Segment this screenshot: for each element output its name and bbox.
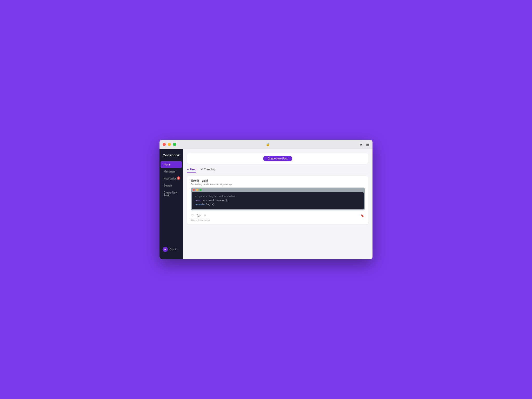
- code-title-bar: [191, 188, 365, 192]
- title-bar: 🔒 ★ ☰: [159, 140, 373, 149]
- sidebar-item-messages[interactable]: Messages: [161, 168, 182, 175]
- tab-label: Trending: [204, 168, 215, 171]
- sidebar-nav: HomeMessagesNotifications1SearchCreate N…: [159, 161, 183, 244]
- sidebar-item-home[interactable]: Home: [161, 161, 182, 168]
- likes-count: 0 likes: [191, 219, 197, 221]
- maximize-button[interactable]: [173, 143, 176, 146]
- comment-button[interactable]: 💬: [196, 213, 201, 218]
- sidebar-item-label: Notifications: [164, 177, 178, 180]
- post-actions: ♡ 💬 ↗ 🔖: [191, 213, 365, 218]
- feed-tab-icon: ≡: [187, 168, 189, 171]
- share-button[interactable]: ↗: [203, 213, 207, 218]
- sidebar: Codebook HomeMessagesNotifications1Searc…: [159, 149, 183, 259]
- app-logo: Codebook: [159, 153, 183, 161]
- code-line-3: console.log(a);: [195, 203, 361, 207]
- sidebar-item-label: Search: [164, 184, 172, 187]
- like-button[interactable]: ♡: [191, 213, 194, 218]
- create-new-post-button[interactable]: Create New Post: [263, 156, 292, 161]
- sidebar-item-label: Home: [164, 163, 171, 166]
- close-button[interactable]: [163, 143, 166, 146]
- user-profile[interactable]: R @rohit__saini: [162, 246, 181, 253]
- tab-label: Feed: [190, 168, 196, 171]
- code-line-1: // generating a random number: [195, 195, 361, 199]
- username-label: @rohit__saini: [169, 248, 180, 251]
- code-dot-red: [193, 189, 195, 191]
- tab-feed[interactable]: ≡Feed: [187, 168, 196, 173]
- code-dot-yellow: [196, 189, 198, 191]
- sidebar-item-create-new-post[interactable]: Create New Post: [161, 189, 182, 199]
- bookmark-button[interactable]: 🔖: [360, 214, 365, 218]
- minimize-button[interactable]: [168, 143, 171, 146]
- code-line-2: const a = Math.random();: [195, 199, 361, 203]
- code-method: console: [195, 203, 205, 206]
- trending-tab-icon: ↗: [201, 168, 203, 171]
- browser-window: 🔒 ★ ☰ Codebook HomeMessagesNotifications…: [159, 140, 373, 259]
- post-author: @rohit__saini: [191, 179, 365, 182]
- feed-area: Create New Post ≡Feed↗Trending @rohit__s…: [183, 149, 373, 259]
- main-content: Codebook HomeMessagesNotifications1Searc…: [159, 149, 373, 259]
- post-description: Generating random number in javascript: [191, 183, 365, 185]
- comments-count: 0 comments: [198, 219, 210, 221]
- tabs: ≡Feed↗Trending: [187, 168, 368, 173]
- sidebar-item-notifications[interactable]: Notifications1: [161, 175, 182, 182]
- code-comment: // generating a random number: [195, 195, 236, 198]
- code-dot-green: [200, 189, 202, 191]
- sidebar-item-label: Messages: [164, 170, 176, 173]
- star-icon[interactable]: ★: [360, 142, 363, 147]
- code-body: // generating a random number const a = …: [192, 192, 364, 209]
- post-card: @rohit__saini Generating random number i…: [187, 176, 368, 224]
- notification-badge: 1: [177, 176, 180, 180]
- menu-icon[interactable]: ☰: [366, 142, 369, 147]
- lock-icon: 🔒: [266, 142, 270, 146]
- create-post-bar: Create New Post: [187, 153, 368, 164]
- sidebar-item-search[interactable]: Search: [161, 182, 182, 189]
- sidebar-bottom: R @rohit__saini: [159, 244, 183, 255]
- code-window: // generating a random number const a = …: [191, 188, 365, 210]
- avatar: R: [163, 247, 168, 252]
- code-keyword: const: [195, 199, 203, 202]
- post-stats: 0 likes 0 comments: [191, 219, 365, 221]
- sidebar-item-label: Create New Post: [164, 191, 179, 197]
- code-var: a = Math.random();: [203, 199, 228, 202]
- code-punct: .log(a);: [205, 203, 216, 206]
- tab-trending[interactable]: ↗Trending: [201, 168, 215, 173]
